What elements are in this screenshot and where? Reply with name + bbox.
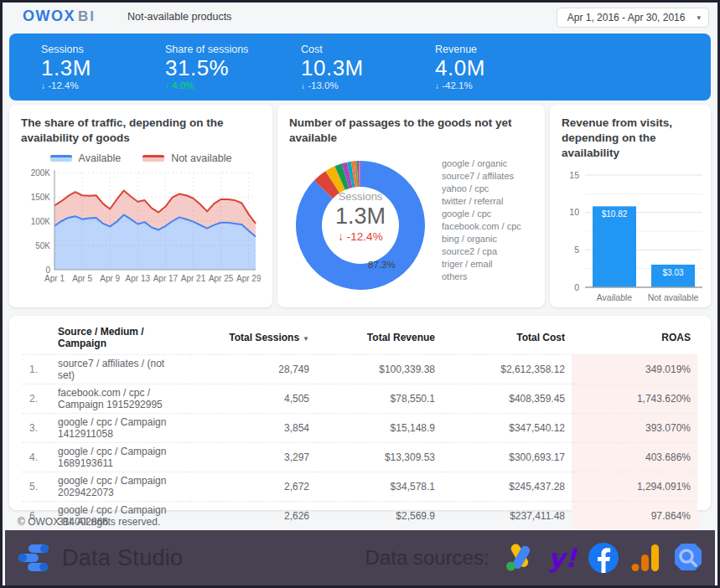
data-studio-brand: Data Studio xyxy=(17,541,183,575)
table-cell: $13,309.53 xyxy=(316,443,442,472)
legend-item-available: Available xyxy=(50,152,122,164)
svg-text:Apr 29: Apr 29 xyxy=(236,274,261,283)
svg-text:Apr 17: Apr 17 xyxy=(153,274,179,283)
charts-row: The share of traffic, depending on the a… xyxy=(3,101,717,307)
table-row[interactable]: 3.google / cpc / Campaign 14129110583,85… xyxy=(23,414,697,443)
table-row[interactable]: 2.facebook.com / cpc / Campaign 19152929… xyxy=(23,384,697,414)
traffic-share-card: The share of traffic, depending on the a… xyxy=(9,105,272,307)
area-chart-legend: Available Not available xyxy=(21,152,261,164)
svg-text:5: 5 xyxy=(574,245,579,255)
svg-text:Not available: Not available xyxy=(648,292,699,302)
header: OWOX BI Not-available products Apr 1, 20… xyxy=(3,3,717,30)
table-cell: 349.019% xyxy=(572,355,697,384)
donut-center-label: Sessions xyxy=(289,190,432,203)
table-row[interactable]: 4.google / cpc / Campaign 16891936113,29… xyxy=(23,443,697,472)
svg-text:50K: 50K xyxy=(35,240,50,250)
arrow-down-icon: ↓ xyxy=(338,230,344,243)
svg-text:100K: 100K xyxy=(31,216,51,225)
revenue-bar-chart: 051015$10.82Available$3.03Not available xyxy=(562,165,706,307)
svg-text:Apr 13: Apr 13 xyxy=(126,274,151,283)
kpi-revenue: Revenue 4.0M ↓ -42.1% xyxy=(435,44,569,90)
col-roas[interactable]: ROAS xyxy=(572,322,697,355)
table-cell: 3,854 xyxy=(190,414,316,443)
donut-legend: google / organicsource7 / affilatesyahoo… xyxy=(442,157,521,297)
data-studio-brand-text: Data Studio xyxy=(62,545,183,571)
donut-center-delta: ↓ -12.4% xyxy=(289,230,432,243)
campaign-table-card: Source / Medium / Campaign Total Session… xyxy=(9,316,711,510)
kpi-scorecard-bar: Sessions 1.3M ↓ -12.4% Share of sessions… xyxy=(9,34,711,101)
table-cell: 1,743.620% xyxy=(572,384,697,414)
page-title: Not-available products xyxy=(127,11,231,23)
svg-text:Apr 25: Apr 25 xyxy=(209,274,234,283)
table-row[interactable]: 5.google / cpc / Campaign 20294220732,67… xyxy=(23,472,697,502)
svg-text:$3.03: $3.03 xyxy=(662,268,683,277)
table-cell: 403.686% xyxy=(572,443,697,472)
table-cell: 3,297 xyxy=(190,443,316,472)
arrow-down-icon: ↓ xyxy=(301,81,305,90)
bar-card-title: Revenue from visits, depending on the av… xyxy=(562,116,699,160)
traffic-card-title: The share of traffic, depending on the a… xyxy=(21,116,261,146)
svg-text:Available: Available xyxy=(597,292,633,302)
svg-text:$10.82: $10.82 xyxy=(602,210,628,219)
arrow-down-icon: ↓ xyxy=(435,81,439,90)
kpi-cost: Cost 10.3M ↓ -13.0% xyxy=(301,44,435,90)
donut-center-value: 1.3M xyxy=(289,203,432,230)
col-total-sessions[interactable]: Total Sessions▼ xyxy=(190,322,316,355)
passages-donut-card: Number of passages to the goods not yet … xyxy=(277,105,545,307)
donut-legend-item: yahoo / cpc xyxy=(442,183,521,195)
kpi-sessions: Sessions 1.3M ↓ -12.4% xyxy=(41,44,165,90)
table-cell: 1,294.091% xyxy=(572,472,697,502)
svg-text:150K: 150K xyxy=(31,192,51,201)
table-row[interactable]: 1.source7 / affiliates / (not set)28,749… xyxy=(23,355,697,384)
table-cell: $245,437.28 xyxy=(442,472,572,502)
donut-card-title: Number of passages to the goods not yet … xyxy=(289,116,533,146)
donut-legend-item: facebook.com / cpc xyxy=(442,220,521,233)
sort-desc-icon: ▼ xyxy=(303,335,309,343)
svg-text:200K: 200K xyxy=(31,168,51,177)
date-range-picker[interactable]: Apr 1, 2016 - Apr 30, 2016 ▾ xyxy=(557,8,709,28)
svg-text:10: 10 xyxy=(569,208,579,218)
table-cell: $78,550.1 xyxy=(316,384,442,414)
table-cell: 28,749 xyxy=(190,355,316,384)
svg-text:0: 0 xyxy=(45,265,50,274)
svg-text:0: 0 xyxy=(574,282,579,292)
kpi-delta: ↓ -13.0% xyxy=(301,80,435,90)
legend-label: Available xyxy=(79,152,122,164)
table-cell: 5. xyxy=(23,472,51,502)
table-cell: $100,339.38 xyxy=(316,355,442,384)
col-total-revenue[interactable]: Total Revenue xyxy=(316,322,442,355)
table-cell: $408,359.45 xyxy=(442,384,572,414)
donut-legend-item: source2 / cpa xyxy=(442,245,521,258)
donut-share-label: 87.3% xyxy=(368,260,396,270)
kpi-delta: ↓ -12.4% xyxy=(41,80,165,90)
logo-bi-text: BI xyxy=(78,8,96,25)
table-cell: $15,148.9 xyxy=(316,414,442,443)
svg-text:Apr 21: Apr 21 xyxy=(181,274,206,283)
traffic-area-chart: 050K100K150K200KApr 1Apr 5Apr 9Apr 13Apr… xyxy=(21,166,261,293)
col-source-medium-campaign: Source / Medium / Campaign xyxy=(51,322,190,355)
table-cell: 1. xyxy=(23,355,51,384)
kpi-label: Cost xyxy=(301,44,435,55)
table-cell: 4. xyxy=(23,443,51,472)
table-cell: $2,612,358.12 xyxy=(442,355,572,384)
donut-legend-item: twitter / referral xyxy=(442,195,521,208)
kpi-share-of-sessions: Share of sessions 31.5% ↑ 4.0% xyxy=(165,44,301,90)
donut-row: Sessions 1.3M ↓ -12.4% 87.3% google / or… xyxy=(289,152,533,297)
kpi-value: 10.3M xyxy=(301,55,435,80)
revenue-bar-card: Revenue from visits, depending on the av… xyxy=(550,105,711,307)
col-total-cost[interactable]: Total Cost xyxy=(442,322,572,355)
table-cell: $34,578.1 xyxy=(316,472,442,502)
table-cell: 3. xyxy=(23,414,51,443)
row-number-header xyxy=(23,322,51,355)
google-ads-icon xyxy=(504,543,537,573)
kpi-value: 4.0M xyxy=(435,55,569,80)
arrow-down-icon: ↓ xyxy=(41,81,45,90)
google-analytics-icon xyxy=(630,543,660,573)
facebook-icon xyxy=(588,542,619,574)
arrow-up-icon: ↑ xyxy=(165,81,169,90)
date-range-value: Apr 1, 2016 - Apr 30, 2016 xyxy=(567,12,686,23)
kpi-value: 31.5% xyxy=(165,55,301,80)
donut-chart-wrap: Sessions 1.3M ↓ -12.4% 87.3% xyxy=(289,152,432,297)
kpi-label: Revenue xyxy=(435,44,569,55)
donut-legend-item: bing / organic xyxy=(442,233,521,245)
